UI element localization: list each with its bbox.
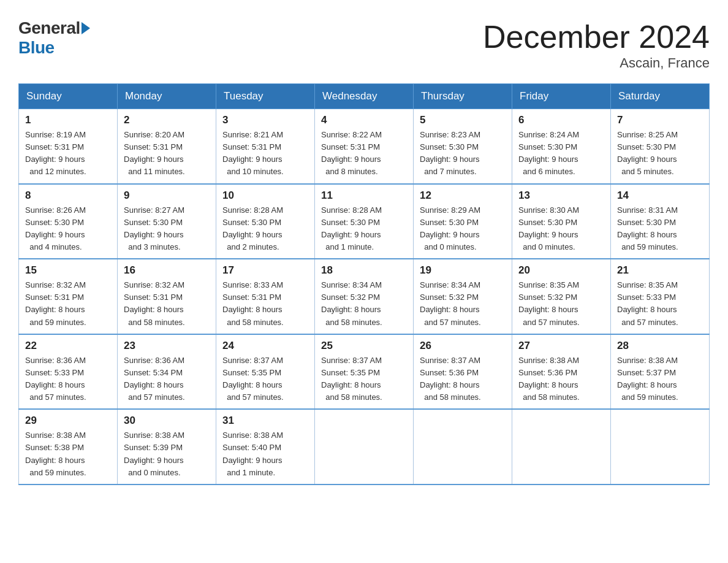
sunset-value: 5:36 PM <box>449 368 479 377</box>
sunrise-value: 8:38 AM <box>56 431 86 440</box>
sunset-label: Sunset: <box>222 142 252 151</box>
sunset-value: 5:36 PM <box>548 368 577 377</box>
sunrise-value: 8:23 AM <box>451 130 480 139</box>
sunrise-value: 8:21 AM <box>254 130 283 139</box>
daylight-label: Daylight: <box>222 456 256 465</box>
sunrise-value: 8:32 AM <box>56 280 86 289</box>
calendar-header-row: Sunday Monday Tuesday Wednesday Thursday… <box>19 84 710 109</box>
daylight-label: Daylight: <box>617 230 650 239</box>
logo-blue-text: Blue <box>18 38 55 57</box>
sunset-label: Sunset: <box>222 293 252 302</box>
sunrise-label: Sunrise: <box>222 431 254 440</box>
daylight-label: Daylight: <box>420 380 453 389</box>
calendar-week-row: 22 Sunrise: 8:36 AM Sunset: 5:33 PM Dayl… <box>19 334 710 410</box>
day-number: 6 <box>518 114 604 126</box>
day-number: 23 <box>124 340 210 352</box>
table-row <box>611 409 710 484</box>
daylight-label: Daylight: <box>518 155 552 164</box>
sunrise-value: 8:38 AM <box>550 356 579 365</box>
daylight-label: Daylight: <box>617 155 650 164</box>
sunset-label: Sunset: <box>321 293 351 302</box>
daylight-label: Daylight: <box>420 305 453 314</box>
sunrise-value: 8:34 AM <box>352 280 382 289</box>
day-number: 9 <box>124 190 210 202</box>
sunrise-label: Sunrise: <box>321 205 352 215</box>
daylight-label: Daylight: <box>25 230 58 239</box>
day-info: Sunrise: 8:35 AM Sunset: 5:32 PM Dayligh… <box>518 279 604 329</box>
day-number: 12 <box>420 190 506 202</box>
table-row <box>315 409 414 484</box>
day-info: Sunrise: 8:32 AM Sunset: 5:31 PM Dayligh… <box>124 279 210 329</box>
sunset-value: 5:32 PM <box>351 293 380 302</box>
sunrise-label: Sunrise: <box>518 130 550 139</box>
title-section: December 2024 Ascain, France <box>483 18 710 71</box>
day-info: Sunrise: 8:38 AM Sunset: 5:38 PM Dayligh… <box>25 429 111 479</box>
col-friday: Friday <box>512 84 611 109</box>
sunset-label: Sunset: <box>617 293 646 302</box>
daylight-label: Daylight: <box>617 305 650 314</box>
daylight-label: Daylight: <box>518 305 552 314</box>
sunrise-label: Sunrise: <box>25 280 56 289</box>
sunset-label: Sunset: <box>321 368 351 377</box>
table-row: 7 Sunrise: 8:25 AM Sunset: 5:30 PM Dayli… <box>611 109 710 184</box>
sunrise-label: Sunrise: <box>617 130 648 139</box>
sunset-value: 5:30 PM <box>449 142 479 151</box>
day-info: Sunrise: 8:38 AM Sunset: 5:36 PM Dayligh… <box>518 354 604 404</box>
day-number: 2 <box>124 114 210 126</box>
day-number: 7 <box>617 114 703 126</box>
daylight-label: Daylight: <box>420 230 453 239</box>
sunrise-label: Sunrise: <box>518 356 550 365</box>
day-number: 24 <box>222 340 308 352</box>
day-info: Sunrise: 8:36 AM Sunset: 5:33 PM Dayligh… <box>25 354 111 404</box>
day-info: Sunrise: 8:21 AM Sunset: 5:31 PM Dayligh… <box>222 129 308 178</box>
sunset-label: Sunset: <box>25 293 55 302</box>
col-monday: Monday <box>118 84 216 109</box>
sunset-label: Sunset: <box>222 218 252 227</box>
table-row: 4 Sunrise: 8:22 AM Sunset: 5:31 PM Dayli… <box>315 109 414 184</box>
sunset-label: Sunset: <box>124 142 153 151</box>
table-row: 8 Sunrise: 8:26 AM Sunset: 5:30 PM Dayli… <box>19 184 118 259</box>
logo-arrow-icon <box>82 22 90 34</box>
day-info: Sunrise: 8:36 AM Sunset: 5:34 PM Dayligh… <box>124 354 210 404</box>
sunset-value: 5:31 PM <box>153 293 183 302</box>
sunrise-label: Sunrise: <box>25 130 56 139</box>
daylight-label: Daylight: <box>321 230 354 239</box>
day-info: Sunrise: 8:31 AM Sunset: 5:30 PM Dayligh… <box>617 204 703 254</box>
table-row <box>414 409 512 484</box>
sunrise-label: Sunrise: <box>321 280 352 289</box>
sunset-label: Sunset: <box>518 218 548 227</box>
day-info: Sunrise: 8:38 AM Sunset: 5:39 PM Dayligh… <box>124 429 210 479</box>
sunset-label: Sunset: <box>222 443 252 452</box>
day-info: Sunrise: 8:24 AM Sunset: 5:30 PM Dayligh… <box>518 129 604 178</box>
sunset-value: 5:38 PM <box>55 443 84 452</box>
day-info: Sunrise: 8:37 AM Sunset: 5:35 PM Dayligh… <box>321 354 407 404</box>
table-row: 11 Sunrise: 8:28 AM Sunset: 5:30 PM Dayl… <box>315 184 414 259</box>
day-number: 31 <box>222 415 308 427</box>
sunset-label: Sunset: <box>124 368 153 377</box>
sunrise-value: 8:22 AM <box>352 130 382 139</box>
daylight-label: Daylight: <box>321 305 354 314</box>
sunset-value: 5:30 PM <box>646 142 676 151</box>
daylight-label: Daylight: <box>124 230 157 239</box>
sunset-value: 5:34 PM <box>153 368 183 377</box>
day-number: 13 <box>518 190 604 202</box>
sunset-label: Sunset: <box>25 443 55 452</box>
day-info: Sunrise: 8:28 AM Sunset: 5:30 PM Dayligh… <box>222 204 308 254</box>
day-number: 19 <box>420 264 506 277</box>
sunset-label: Sunset: <box>617 142 646 151</box>
sunrise-label: Sunrise: <box>124 356 155 365</box>
sunset-value: 5:31 PM <box>55 142 84 151</box>
sunrise-value: 8:26 AM <box>56 205 86 215</box>
sunset-label: Sunset: <box>321 142 351 151</box>
sunrise-value: 8:28 AM <box>254 205 283 215</box>
sunset-label: Sunset: <box>420 368 449 377</box>
sunset-label: Sunset: <box>518 368 548 377</box>
daylight-label: Daylight: <box>124 305 157 314</box>
sunrise-value: 8:35 AM <box>648 280 678 289</box>
sunrise-label: Sunrise: <box>222 130 254 139</box>
table-row: 15 Sunrise: 8:32 AM Sunset: 5:31 PM Dayl… <box>19 259 118 334</box>
daylight-label: Daylight: <box>124 456 157 465</box>
day-number: 30 <box>124 415 210 427</box>
table-row: 12 Sunrise: 8:29 AM Sunset: 5:30 PM Dayl… <box>414 184 512 259</box>
col-saturday: Saturday <box>611 84 710 109</box>
